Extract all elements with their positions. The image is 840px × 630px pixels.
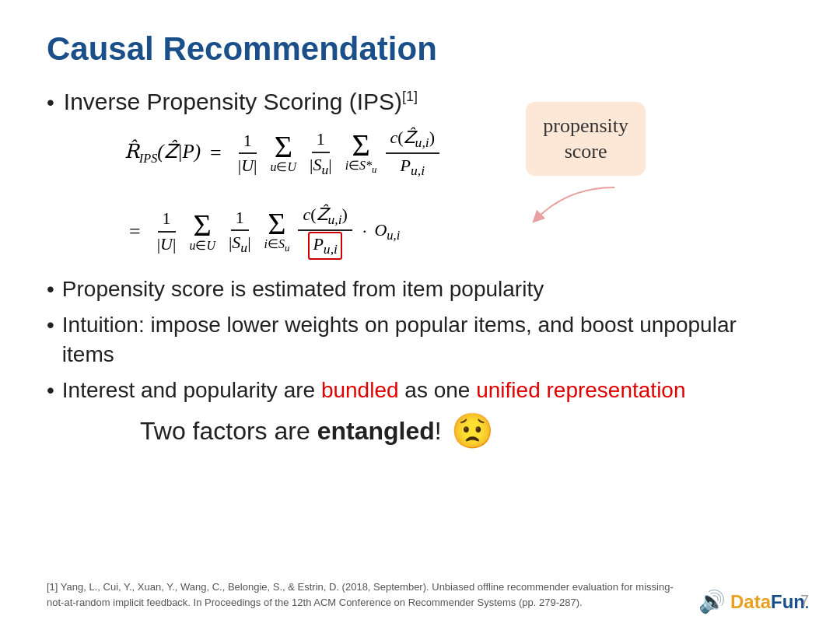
bullet-text-3: Interest and popularity are bundled as o… (62, 376, 686, 405)
sigma-1: Σ u∈U (270, 133, 296, 173)
bullet-dot-2: • (47, 275, 54, 304)
slide-number: 7 (800, 592, 809, 610)
bullet-item-2: • Intuition: impose lower weights on pop… (47, 310, 793, 369)
sub-bullets: • Propensity score is estimated from ite… (47, 275, 793, 404)
datafun-label: DataFun. (730, 591, 809, 613)
datafun-logo: 🔊 DataFun. (698, 589, 809, 614)
bullet-dot-3: • (47, 310, 54, 340)
frac-2-U: 1 |U| (152, 207, 181, 256)
dot-multiply: · (362, 222, 367, 242)
entangled-section: Two factors are entangled! 😟 (140, 414, 793, 448)
bullet-text-2: Intuition: impose lower weights on popul… (62, 310, 793, 369)
arrow-svg (521, 180, 630, 242)
sigma-4: Σ i∈Su (264, 210, 290, 254)
ips-bullet: • Inverse Propensity Scoring (IPS)[1] (47, 89, 793, 115)
text-bundled: bundled (321, 378, 399, 402)
sad-face-emoji: 😟 (451, 414, 494, 448)
bullet-dot-1: • (47, 90, 54, 115)
frac-1-Su: 1 |Su| (305, 128, 337, 180)
speaker-icon: 🔊 (698, 589, 726, 614)
formula-row-1: R̂IPS(Ẑ|P) = 1 |U| Σ u∈U 1 |Su| Σ i∈S*u (78, 126, 793, 181)
pui-boxed: Pu,i (308, 232, 342, 260)
entangled-bold: entangled (317, 417, 435, 445)
text-unified-rep: unified representation (476, 378, 685, 402)
frac-c-boxed-P: c(Ẑu,i) Pu,i (298, 203, 352, 261)
sigma-3: Σ u∈U (189, 212, 215, 252)
footnote: [1] Yang, L., Cui, Y., Xuan, Y., Wang, C… (47, 579, 684, 610)
ips-label: Inverse Propensity Scoring (IPS)[1] (64, 89, 418, 115)
slide-title: Causal Recommendation (47, 31, 793, 67)
citation-sup: [1] (402, 89, 418, 104)
bullet-text-1: Propensity score is estimated from item … (62, 275, 544, 304)
equals-2: = (129, 220, 141, 243)
bullet-dot-4: • (47, 376, 54, 405)
entangled-text: Two factors are entangled! (140, 417, 442, 446)
formula-row-2: = 1 |U| Σ u∈U 1 |Su| Σ i∈Su (78, 203, 793, 261)
datafun-d: D (730, 591, 744, 612)
bullet-item-3: • Interest and popularity are bundled as… (47, 376, 793, 405)
formula-lhs: R̂IPS(Ẑ|P) (124, 140, 201, 166)
equals-1: = (210, 142, 222, 165)
bullet-item-1: • Propensity score is estimated from ite… (47, 275, 793, 304)
frac-2-Su: 1 |Su| (224, 206, 256, 258)
formula-area: R̂IPS(Ẑ|P) = 1 |U| Σ u∈U 1 |Su| Σ i∈S*u (78, 126, 793, 261)
sigma-2: Σ i∈S*u (345, 131, 377, 175)
slide-container: Causal Recommendation • Inverse Propensi… (0, 0, 840, 630)
frac-1-U: 1 |U| (233, 129, 262, 178)
frac-c-P: c(Ẑu,i) Pu,i (386, 126, 440, 181)
O-term: Ou,i (374, 220, 400, 243)
propensity-score-bubble: propensityscore (526, 102, 646, 177)
ips-section: • Inverse Propensity Scoring (IPS)[1] R̂… (47, 89, 793, 261)
